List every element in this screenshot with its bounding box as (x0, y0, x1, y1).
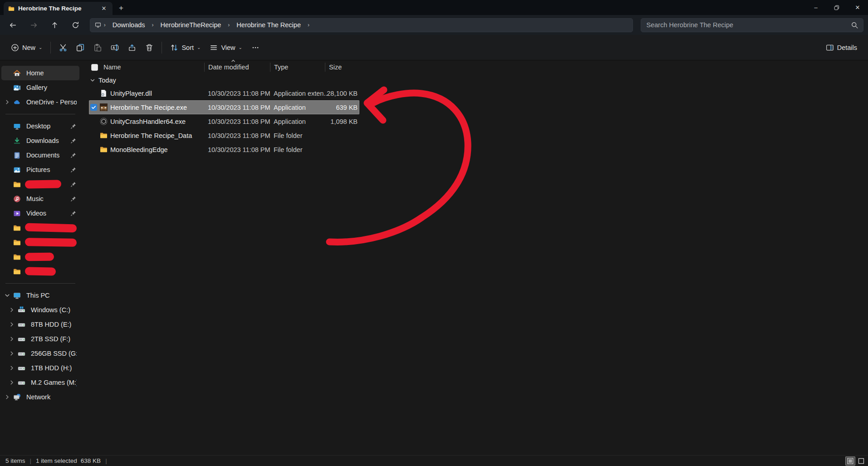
file-row-herobrine-the-recipe-data[interactable]: Herobrine The Recipe_Data10/30/2023 11:0… (89, 128, 359, 142)
sidebar-item-label: Pictures (26, 166, 70, 173)
chevron-right-icon[interactable] (6, 380, 18, 385)
share-button[interactable] (123, 39, 141, 56)
column-header-name[interactable]: Name (89, 63, 204, 72)
sidebar-item-1tb-hdd-h[interactable]: 1TB HDD (H:) (1, 361, 79, 375)
sidebar-item-redacted-folder[interactable] (1, 235, 79, 250)
file-date-modified: 10/30/2023 11:08 PM (204, 132, 270, 139)
more-options-button[interactable] (247, 39, 264, 56)
select-all-checkbox[interactable] (91, 64, 98, 71)
new-button[interactable]: New ⌄ (6, 39, 47, 56)
sort-button[interactable]: Sort ⌄ (166, 39, 205, 56)
maximize-button[interactable] (826, 0, 847, 15)
breadcrumb-chevron-icon: › (226, 22, 231, 28)
downloads-icon (13, 137, 22, 145)
new-tab-button[interactable]: + (115, 2, 127, 14)
delete-button[interactable] (141, 39, 158, 56)
sidebar-item-pictures[interactable]: Pictures (1, 162, 79, 177)
row-checkbox-checked[interactable] (90, 104, 97, 111)
sidebar-item-music[interactable]: Music (1, 191, 79, 206)
drive-icon (18, 364, 27, 372)
folder-icon (13, 239, 22, 246)
sidebar-item-redacted-folder[interactable] (1, 177, 79, 191)
rename-button[interactable] (106, 39, 123, 56)
details-pane-button[interactable]: Details (821, 39, 862, 56)
sidebar-item-m-2-games-m[interactable]: M.2 Games (M:) (1, 375, 79, 390)
details-view-toggle[interactable] (845, 456, 855, 466)
view-button[interactable]: View ⌄ (205, 39, 247, 56)
breadcrumb-item[interactable]: Herobrine The Recipe (232, 20, 305, 30)
sidebar-item-downloads[interactable]: Downloads (1, 133, 79, 148)
pictures-icon (13, 166, 22, 174)
search-input[interactable] (647, 21, 851, 29)
sidebar-item-documents[interactable]: Documents (1, 148, 79, 162)
windrive-icon (18, 306, 27, 314)
file-row-unityplayer-dll[interactable]: UnityPlayer.dll10/30/2023 11:08 PMApplic… (89, 86, 359, 100)
up-button[interactable] (45, 18, 64, 32)
file-explorer-window: Herobrine The Recipe ✕ + – ✕ ›Download (0, 0, 868, 466)
selection-size: 638 KB (81, 457, 101, 464)
sidebar-item-label: Videos (26, 210, 70, 217)
sidebar-item-windows-c[interactable]: Windows (C:) (1, 303, 79, 317)
sidebar-divider (5, 283, 75, 284)
column-header-size[interactable]: Size (325, 63, 359, 72)
file-row-herobrine-the-recipe-exe[interactable]: Herobrine The Recipe.exe10/30/2023 11:08… (89, 100, 359, 114)
chevron-right-icon[interactable] (6, 307, 18, 313)
search-box[interactable] (641, 18, 863, 32)
documents-icon (13, 152, 22, 159)
sidebar-item-videos[interactable]: Videos (1, 206, 79, 221)
close-button[interactable]: ✕ (847, 0, 868, 15)
sidebar-item-gallery[interactable]: Gallery (1, 80, 79, 95)
explorer-tab[interactable]: Herobrine The Recipe ✕ (4, 2, 113, 15)
dll-file-icon (100, 89, 108, 97)
chevron-down-icon: ⌄ (197, 45, 201, 50)
pin-icon (70, 152, 77, 158)
group-header-today[interactable]: Today (89, 74, 359, 86)
sidebar-item-256gb-ssd-g[interactable]: 256GB SSD (G:) (1, 346, 79, 361)
chevron-right-icon[interactable] (1, 99, 13, 105)
sidebar-item-onedrive-personal[interactable]: OneDrive - Personal (1, 95, 79, 109)
chevron-down-icon[interactable] (1, 293, 13, 298)
breadcrumb-item[interactable]: HerobrineTheRecipe (157, 20, 226, 30)
drive-icon (18, 350, 27, 358)
chevron-right-icon[interactable] (6, 322, 18, 327)
pin-icon (70, 123, 77, 129)
file-row-monobleedingedge[interactable]: MonoBleedingEdge10/30/2023 11:08 PMFile … (89, 142, 359, 157)
chevron-right-icon[interactable] (6, 336, 18, 342)
sidebar-item-redacted-folder[interactable] (1, 264, 79, 279)
file-row-unitycrashhandler64-exe[interactable]: UnityCrashHandler64.exe10/30/2023 11:08 … (89, 114, 359, 128)
column-header-date-modified[interactable]: Date modified (204, 63, 270, 72)
forward-button[interactable] (25, 18, 44, 32)
sidebar-item-redacted-folder[interactable] (1, 250, 79, 264)
chevron-right-icon[interactable] (1, 394, 13, 400)
sidebar-item-label: 2TB SSD (F:) (31, 335, 77, 343)
redaction-scribble (25, 223, 77, 233)
paste-button[interactable] (89, 39, 106, 56)
sidebar-item-home[interactable]: Home (1, 66, 79, 80)
column-header-type[interactable]: Type (270, 63, 325, 72)
tab-close-icon[interactable]: ✕ (99, 4, 109, 14)
cut-button[interactable] (54, 39, 72, 56)
sidebar-item-label: M.2 Games (M:) (31, 379, 77, 386)
breadcrumb-item[interactable]: Downloads (108, 20, 149, 30)
sidebar-item-this-pc[interactable]: This PC (1, 288, 79, 303)
chevron-right-icon[interactable] (6, 365, 18, 371)
sidebar-item-8tb-hdd-e[interactable]: 8TB HDD (E:) (1, 317, 79, 332)
search-icon (851, 21, 858, 29)
minimize-button[interactable]: – (805, 0, 826, 15)
back-button[interactable] (4, 18, 23, 32)
sidebar-item-label: Documents (26, 152, 70, 159)
file-name: MonoBleedingEdge (110, 146, 168, 153)
refresh-button[interactable] (66, 18, 85, 32)
sidebar-item-network[interactable]: Network (1, 390, 79, 404)
breadcrumb-chevron-icon: › (150, 22, 156, 28)
sidebar-item-redacted-folder[interactable] (1, 221, 79, 235)
items-count: 5 items (5, 457, 25, 464)
chevron-right-icon[interactable] (6, 351, 18, 356)
sidebar-item-2tb-ssd-f[interactable]: 2TB SSD (F:) (1, 332, 79, 346)
sidebar-item-label: 8TB HDD (E:) (31, 321, 77, 328)
sidebar-item-desktop[interactable]: Desktop (1, 119, 79, 133)
copy-button[interactable] (72, 39, 89, 56)
breadcrumb-bar[interactable]: ›Downloads›HerobrineTheRecipe›Herobrine … (90, 18, 633, 32)
large-icons-view-toggle[interactable] (856, 456, 866, 466)
selection-summary: 1 item selected (36, 457, 77, 464)
